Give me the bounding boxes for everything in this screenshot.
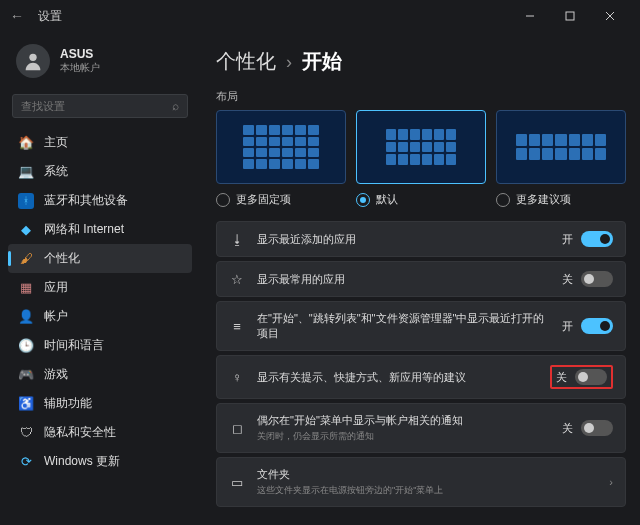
search-field[interactable] — [21, 100, 172, 112]
sidebar-item-network[interactable]: ◆网络和 Internet — [8, 215, 192, 244]
setting-row-5[interactable]: ▭文件夹这些文件夹显示在电源按钮旁边的"开始"菜单上› — [216, 457, 626, 507]
layout-options-row: 更多固定项默认更多建议项 — [216, 110, 626, 207]
sidebar-item-accessibility[interactable]: ♿辅助功能 — [8, 389, 192, 418]
download-icon: ⭳ — [229, 231, 245, 247]
layout-heading: 布局 — [216, 89, 626, 104]
close-button[interactable] — [590, 2, 630, 30]
setting-row-0[interactable]: ⭳显示最近添加的应用开 — [216, 221, 626, 257]
sidebar-item-update[interactable]: ⟳Windows 更新 — [8, 447, 192, 476]
setting-title: 显示最近添加的应用 — [257, 232, 550, 247]
layout-radio-row[interactable]: 默认 — [356, 192, 486, 207]
home-icon: 🏠 — [18, 135, 34, 151]
settings-list: ⭳显示最近添加的应用开☆显示最常用的应用关≡在"开始"、"跳转列表"和"文件资源… — [216, 221, 626, 507]
breadcrumb-parent[interactable]: 个性化 — [216, 48, 276, 75]
setting-text: 显示有关提示、快捷方式、新应用等的建议 — [257, 370, 538, 385]
sidebar-item-privacy[interactable]: 🛡隐私和安全性 — [8, 418, 192, 447]
sidebar-item-home[interactable]: 🏠主页 — [8, 128, 192, 157]
layout-option-label: 更多固定项 — [236, 192, 291, 207]
layout-option-1[interactable]: 默认 — [356, 110, 486, 207]
sidebar-item-label: 时间和语言 — [44, 337, 104, 354]
toggle-wrap[interactable]: 关 — [550, 365, 613, 389]
maximize-button[interactable] — [550, 2, 590, 30]
minimize-button[interactable] — [510, 2, 550, 30]
gaming-icon: 🎮 — [18, 367, 34, 383]
layout-option-0[interactable]: 更多固定项 — [216, 110, 346, 207]
account-header[interactable]: ASUS 本地帐户 — [8, 40, 192, 88]
toggle-state-label: 关 — [556, 370, 567, 385]
setting-row-3[interactable]: ♀显示有关提示、快捷方式、新应用等的建议关 — [216, 355, 626, 399]
layout-thumb — [356, 110, 486, 184]
sidebar-item-label: 辅助功能 — [44, 395, 92, 412]
sidebar-item-label: 帐户 — [44, 308, 68, 325]
setting-row-4[interactable]: ◻偶尔在"开始"菜单中显示与帐户相关的通知关闭时，仍会显示所需的通知关 — [216, 403, 626, 453]
toggle-switch[interactable] — [575, 369, 607, 385]
personalize-icon: 🖌 — [18, 251, 34, 267]
setting-text: 偶尔在"开始"菜单中显示与帐户相关的通知关闭时，仍会显示所需的通知 — [257, 413, 550, 443]
radio-icon — [356, 193, 370, 207]
account-name: ASUS — [60, 47, 100, 61]
update-icon: ⟳ — [18, 454, 34, 470]
setting-text: 显示最近添加的应用 — [257, 232, 550, 247]
list-icon: ≡ — [229, 318, 245, 334]
folder-icon: ▭ — [229, 474, 245, 490]
sidebar-item-label: 主页 — [44, 134, 68, 151]
toggle-switch[interactable] — [581, 271, 613, 287]
toggle-switch[interactable] — [581, 231, 613, 247]
toggle-wrap[interactable]: 开 — [562, 231, 613, 247]
toggle-wrap[interactable]: 关 — [562, 420, 613, 436]
layout-thumb — [216, 110, 346, 184]
svg-rect-1 — [566, 12, 574, 20]
chevron-right-icon: › — [286, 52, 292, 73]
sidebar-item-label: 系统 — [44, 163, 68, 180]
radio-icon — [216, 193, 230, 207]
apps-icon: ▦ — [18, 280, 34, 296]
network-icon: ◆ — [18, 222, 34, 238]
setting-title: 在"开始"、"跳转列表"和"文件资源管理器"中显示最近打开的项目 — [257, 311, 550, 341]
toggle-wrap[interactable]: 开 — [562, 318, 613, 334]
sidebar-item-bluetooth[interactable]: ᚼ蓝牙和其他设备 — [8, 186, 192, 215]
setting-row-1[interactable]: ☆显示最常用的应用关 — [216, 261, 626, 297]
sidebar-nav: 🏠主页💻系统ᚼ蓝牙和其他设备◆网络和 Internet🖌个性化▦应用👤帐户🕒时间… — [8, 128, 192, 476]
setting-text: 显示最常用的应用 — [257, 272, 550, 287]
setting-text: 文件夹这些文件夹显示在电源按钮旁边的"开始"菜单上 — [257, 467, 597, 497]
setting-title: 显示有关提示、快捷方式、新应用等的建议 — [257, 370, 538, 385]
toggle-state-label: 开 — [562, 319, 573, 334]
sidebar-item-label: 游戏 — [44, 366, 68, 383]
sidebar-item-label: 蓝牙和其他设备 — [44, 192, 128, 209]
sidebar-item-account[interactable]: 👤帐户 — [8, 302, 192, 331]
setting-row-2[interactable]: ≡在"开始"、"跳转列表"和"文件资源管理器"中显示最近打开的项目开 — [216, 301, 626, 351]
svg-point-4 — [29, 54, 36, 61]
accessibility-icon: ♿ — [18, 396, 34, 412]
setting-subtitle: 关闭时，仍会显示所需的通知 — [257, 430, 550, 443]
toggle-wrap[interactable]: 关 — [562, 271, 613, 287]
search-input[interactable]: ⌕ — [12, 94, 188, 118]
setting-subtitle: 这些文件夹显示在电源按钮旁边的"开始"菜单上 — [257, 484, 597, 497]
toggle-state-label: 关 — [562, 272, 573, 287]
sidebar-item-label: Windows 更新 — [44, 453, 120, 470]
radio-icon — [496, 193, 510, 207]
sidebar-item-label: 应用 — [44, 279, 68, 296]
layout-option-2[interactable]: 更多建议项 — [496, 110, 626, 207]
sidebar-item-gaming[interactable]: 🎮游戏 — [8, 360, 192, 389]
sidebar-item-apps[interactable]: ▦应用 — [8, 273, 192, 302]
toggle-switch[interactable] — [581, 318, 613, 334]
back-button[interactable]: ← — [10, 8, 30, 24]
setting-title: 偶尔在"开始"菜单中显示与帐户相关的通知 — [257, 413, 550, 428]
breadcrumb: 个性化 › 开始 — [216, 48, 626, 75]
setting-text: 在"开始"、"跳转列表"和"文件资源管理器"中显示最近打开的项目 — [257, 311, 550, 341]
bulb-icon: ♀ — [229, 369, 245, 385]
layout-radio-row[interactable]: 更多固定项 — [216, 192, 346, 207]
layout-radio-row[interactable]: 更多建议项 — [496, 192, 626, 207]
avatar — [16, 44, 50, 78]
sidebar-item-personalize[interactable]: 🖌个性化 — [8, 244, 192, 273]
breadcrumb-current: 开始 — [302, 48, 342, 75]
app-title: 设置 — [38, 8, 510, 25]
time-icon: 🕒 — [18, 338, 34, 354]
toggle-switch[interactable] — [581, 420, 613, 436]
account-icon: 👤 — [18, 309, 34, 325]
toggle-state-label: 开 — [562, 232, 573, 247]
sidebar-item-time[interactable]: 🕒时间和语言 — [8, 331, 192, 360]
sidebar-item-system[interactable]: 💻系统 — [8, 157, 192, 186]
account-subtitle: 本地帐户 — [60, 61, 100, 75]
sidebar-item-label: 隐私和安全性 — [44, 424, 116, 441]
